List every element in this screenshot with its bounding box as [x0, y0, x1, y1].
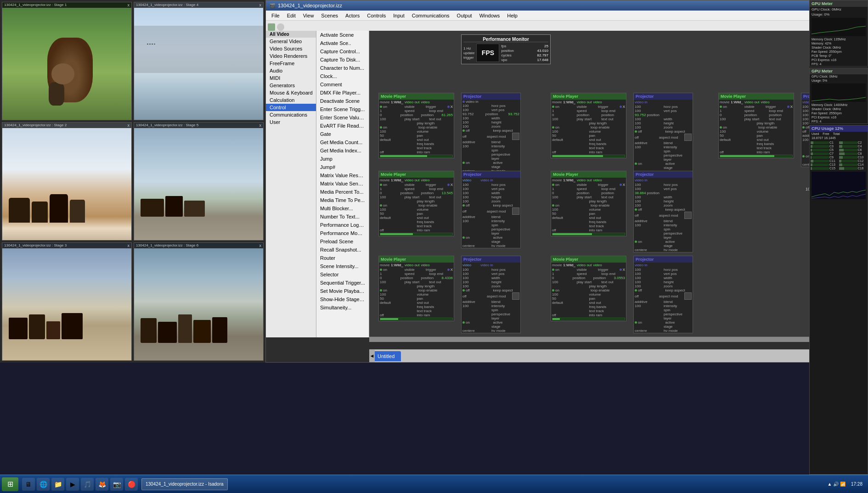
taskbar: ⊞ 🖥 🌐 📁 ▶ 🎵 🦊 📷 🔴 130424_1_videoprojecto…: [0, 475, 868, 493]
toolbar-scene[interactable]: [277, 23, 284, 31]
dd-selector[interactable]: Selector: [316, 270, 369, 279]
menu-input[interactable]: Input: [389, 12, 408, 19]
taskbar-app2[interactable]: 🎵: [81, 478, 94, 491]
stage-1-thumb[interactable]: 130424_1_videoprojector.izz : Stage 1 x: [2, 2, 132, 120]
dd-deactivate-scene[interactable]: Deactivate Scene: [316, 97, 369, 105]
panel-item-calculation[interactable]: Calculation: [266, 96, 316, 104]
taskbar-ie[interactable]: 🌐: [37, 478, 50, 491]
menu-scenes[interactable]: Scenes: [317, 12, 342, 19]
dd-number-to-text[interactable]: Number To Text...: [316, 213, 369, 221]
dd-evart-file-reader[interactable]: EvART File Reader...: [316, 122, 369, 130]
stage-6-thumb[interactable]: 130424_1_videoprojector.izz : Stage 6 x: [134, 242, 264, 361]
dd-simultaneity[interactable]: Simultaneity...: [316, 303, 369, 312]
panel-item-general-video[interactable]: General Video: [266, 38, 316, 45]
gpu1-shader: Shader Clock: 0MHz: [810, 45, 868, 50]
cpu-history-graph: [812, 172, 866, 199]
menu-controls[interactable]: Controls: [363, 12, 389, 19]
dd-comment[interactable]: Comment: [316, 80, 369, 89]
perf-target-fps-val: 25: [544, 44, 548, 48]
menu-view[interactable]: View: [299, 12, 318, 19]
panel-item-communications[interactable]: Communications: [266, 111, 316, 118]
panel-item-video-renderers[interactable]: Video Renderers: [266, 52, 316, 60]
menu-windows[interactable]: Windows: [476, 12, 504, 19]
stage-4-close[interactable]: x: [259, 3, 262, 7]
title-bar: 🎬 130424_1_videoprojector.izz ─ □ ✕: [266, 0, 868, 11]
mp2-movie-val: 1:Wild_: [563, 100, 575, 104]
dd-preload-scene[interactable]: Preload Scene: [316, 237, 369, 246]
taskbar-task-isadora[interactable]: 130424_1_videoprojector.izz - Isadora: [141, 478, 228, 490]
dd-multi-blocker[interactable]: Multi Blocker...: [316, 204, 369, 213]
taskbar-show-desktop[interactable]: 🖥: [22, 478, 35, 491]
dd-activate-scene[interactable]: Activate Scene: [316, 31, 369, 39]
untitled-tab[interactable]: Untitled: [371, 351, 401, 361]
right-side-panels: GPU Meter GPU Clock: 0MHz Usage: 0% Memo…: [809, 0, 868, 475]
menu-file[interactable]: File: [268, 12, 283, 19]
panel-item-generators[interactable]: Generators: [266, 82, 316, 89]
dd-jump[interactable]: Jump: [316, 155, 369, 163]
panel-item-user[interactable]: User: [266, 118, 316, 126]
menu-actors[interactable]: Actors: [342, 12, 363, 19]
menu-edit[interactable]: Edit: [283, 12, 299, 19]
dd-sequential-trigger[interactable]: Sequential Trigger...: [316, 279, 369, 287]
dd-gate[interactable]: Gate: [316, 130, 369, 138]
stage-6-close[interactable]: x: [259, 243, 262, 248]
dd-matrix-value-send[interactable]: Matrix Value Send...: [316, 179, 369, 188]
dd-get-media-index[interactable]: Get Media Index...: [316, 146, 369, 155]
dd-router[interactable]: Router: [316, 254, 369, 262]
dd-capture-control[interactable]: Capture Control...: [316, 47, 369, 56]
toolbar-play[interactable]: [268, 23, 275, 31]
panel-item-freeframe[interactable]: FreeFrame: [266, 60, 316, 67]
panel-item-video-sources[interactable]: Video Sources: [266, 45, 316, 52]
panel-item-midi[interactable]: MIDI: [266, 74, 316, 82]
stage-2-thumb[interactable]: 130424_1_videoprojector.izz : Stage 2 x: [2, 122, 132, 241]
gpu2-title: GPU Meter: [810, 68, 868, 74]
dd-jump-hash[interactable]: Jump#: [316, 163, 369, 171]
dd-clock[interactable]: Clock...: [316, 72, 369, 80]
taskbar-app3[interactable]: 🦊: [96, 478, 108, 491]
dd-capture-to-disk[interactable]: Capture To Disk...: [316, 56, 369, 64]
core-8: C8: [839, 152, 867, 155]
taskbar-app1[interactable]: ▶: [66, 478, 79, 491]
proj2-header: Projector: [634, 93, 693, 100]
stage-2-close[interactable]: x: [128, 123, 130, 128]
dd-recall-snapshot[interactable]: Recall Snapshot...: [316, 246, 369, 254]
dd-enter-scene-value[interactable]: Enter Scene Value...: [316, 113, 369, 122]
panel-item-control[interactable]: Control: [266, 104, 316, 111]
stage-3-title: 130424_1_videoprojector.izz : Stage 3 x: [2, 243, 131, 248]
menu-help[interactable]: Help: [503, 12, 521, 19]
dd-get-media-count[interactable]: Get Media Count...: [316, 138, 369, 146]
scroll-left-button[interactable]: ◄: [369, 349, 375, 362]
dd-media-percent[interactable]: Media Percent To...: [316, 188, 369, 196]
menu-communications[interactable]: Communications: [408, 12, 453, 19]
taskbar-app5[interactable]: 🔴: [125, 478, 138, 491]
dd-enter-scene-trigg[interactable]: Enter Scene Trigg...: [316, 105, 369, 113]
stage-5-thumb[interactable]: 130424_1_videoprojector.izz : Stage 5 x: [134, 122, 264, 241]
taskbar-folder[interactable]: 📁: [51, 478, 64, 491]
dd-character-to-num[interactable]: Character to Num...: [316, 64, 369, 72]
dd-scene-intensity[interactable]: Scene Intensity...: [316, 262, 369, 270]
horizontal-scrollbar[interactable]: [369, 336, 868, 342]
dd-media-time[interactable]: Media Time To Pe...: [316, 196, 369, 204]
stage-1-close[interactable]: x: [128, 3, 130, 7]
stage-5-close[interactable]: x: [259, 123, 262, 128]
stage-3-thumb[interactable]: 130424_1_videoprojector.izz : Stage 3 x: [2, 242, 132, 361]
tray-icons: ▲ 🔊 📶: [828, 482, 845, 487]
stage-4-thumb[interactable]: 130424_1_videoprojector.izz : Stage 4 x: [134, 2, 264, 120]
main-canvas[interactable]: Performance Monitor 1 Hz update trigger …: [369, 31, 868, 342]
stage-3-close[interactable]: x: [128, 243, 130, 248]
mp1-text-track: text track: [417, 146, 453, 150]
menu-output[interactable]: Output: [453, 12, 476, 19]
dd-show-hide-stages[interactable]: Show-Hide Stages...: [316, 295, 369, 303]
dd-perf-logo[interactable]: Performance Logo...: [316, 221, 369, 229]
panel-item-mouse-keyboard[interactable]: Mouse & Keyboard: [266, 89, 316, 96]
movie-player-2: Movie Player movie 1:Wild_ video out vid…: [551, 93, 626, 158]
dd-dmx-file-player[interactable]: DMX File Player...: [316, 89, 369, 97]
dd-matrix-value-reset[interactable]: Matrix Value Reset...: [316, 171, 369, 179]
dd-perf-moni[interactable]: Performance Moni...: [316, 229, 369, 237]
start-button[interactable]: ⊞: [2, 477, 18, 491]
panel-item-audio[interactable]: Audio: [266, 67, 316, 74]
taskbar-app4[interactable]: 📷: [110, 478, 123, 491]
dd-set-movie-playback[interactable]: Set Movie Playbac...: [316, 287, 369, 295]
windows-icon: ⊞: [7, 480, 13, 488]
dd-activate-sce2[interactable]: Activate Sce..: [316, 39, 369, 47]
